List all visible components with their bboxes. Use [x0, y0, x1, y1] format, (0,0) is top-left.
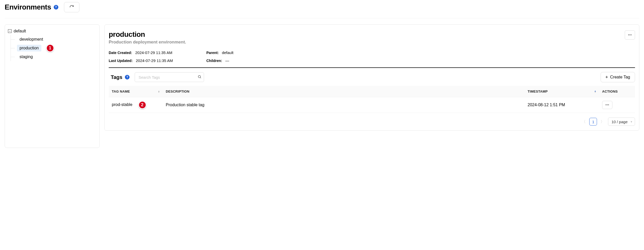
refresh-button[interactable]	[64, 2, 79, 12]
page-size-select[interactable]: 10 / page ▼	[608, 118, 635, 126]
sort-icon: ▲▼	[594, 90, 596, 93]
page-title: Environments	[5, 3, 51, 11]
callout-marker-2: 2	[138, 101, 146, 109]
meta-parent: Parent: default	[206, 50, 635, 55]
column-actions: ACTIONS	[599, 86, 635, 97]
svg-line-1	[200, 77, 201, 78]
tag-description-cell: Production stable tag	[163, 97, 525, 113]
page-header: Environments ?	[5, 2, 639, 18]
refresh-icon	[69, 5, 74, 10]
meta-last-updated: Last Updated: 2024-07-29 11:35 AM	[109, 58, 206, 63]
environment-subtitle: Production deployment environment.	[109, 40, 186, 45]
table-row: prod-stable 2 Production stable tag 2024…	[109, 97, 635, 113]
column-timestamp[interactable]: TIMESTAMP ▲▼	[525, 86, 599, 97]
svg-point-0	[198, 76, 201, 78]
meta-date-created-label: Date Created:	[109, 51, 132, 55]
sort-icon: ▲▼	[158, 90, 160, 93]
search-icon	[198, 75, 201, 79]
tags-table: TAG NAME ▲▼ DESCRIPTION TIMESTAMP ▲▼	[109, 86, 635, 113]
tree-root[interactable]: − default	[7, 28, 97, 34]
plus-icon: +	[605, 75, 608, 80]
meta-date-created: Date Created: 2024-07-29 11:35 AM	[109, 50, 206, 55]
tag-timestamp-cell: 2024-08-12 1:51 PM	[525, 97, 599, 113]
tree-item-production[interactable]: production	[17, 45, 41, 51]
meta-children-value: —	[225, 58, 229, 63]
meta-children-label: Children:	[206, 59, 222, 63]
more-icon: ···	[605, 102, 609, 108]
meta-last-updated-label: Last Updated:	[109, 59, 133, 63]
more-icon: ···	[628, 32, 632, 38]
page-size-label: 10 / page	[611, 120, 628, 124]
tags-help-icon[interactable]: ?	[125, 75, 130, 79]
help-icon[interactable]: ?	[54, 5, 58, 10]
tag-name-cell[interactable]: prod-stable	[112, 102, 132, 107]
page-number-1[interactable]: 1	[589, 118, 597, 126]
tree-root-label: default	[14, 29, 26, 33]
pagination: 〈 1 〉 10 / page ▼	[109, 118, 635, 126]
tree-item-development[interactable]: development	[17, 36, 46, 43]
chevron-down-icon: ▼	[630, 120, 633, 123]
section-divider	[109, 67, 635, 68]
callout-marker-1: 1	[46, 44, 54, 52]
meta-children: Children: —	[206, 58, 635, 63]
meta-parent-value: default	[222, 50, 233, 55]
tag-row-actions-button[interactable]: ···	[602, 101, 612, 109]
column-description: DESCRIPTION	[163, 86, 525, 97]
meta-parent-label: Parent:	[206, 51, 219, 55]
create-tag-button[interactable]: + Create Tag	[601, 72, 635, 82]
environment-title: production	[109, 30, 186, 39]
environment-actions-button[interactable]: ···	[625, 30, 635, 40]
tags-section-title: Tags	[111, 74, 122, 80]
create-tag-label: Create Tag	[610, 75, 630, 79]
tree-collapse-icon[interactable]: −	[8, 29, 12, 33]
environment-detail-panel: production Production deployment environ…	[104, 24, 639, 131]
meta-date-created-value: 2024-07-29 11:35 AM	[135, 50, 172, 55]
column-tag-name[interactable]: TAG NAME ▲▼	[109, 86, 163, 97]
environments-tree-panel: − default development production 1 stagi…	[5, 24, 100, 148]
prev-page-button[interactable]: 〈	[581, 119, 587, 124]
meta-last-updated-value: 2024-07-29 11:35 AM	[136, 58, 173, 63]
tags-search-input[interactable]	[135, 72, 204, 82]
tree-item-staging[interactable]: staging	[17, 53, 35, 60]
next-page-button[interactable]: 〉	[600, 119, 605, 124]
